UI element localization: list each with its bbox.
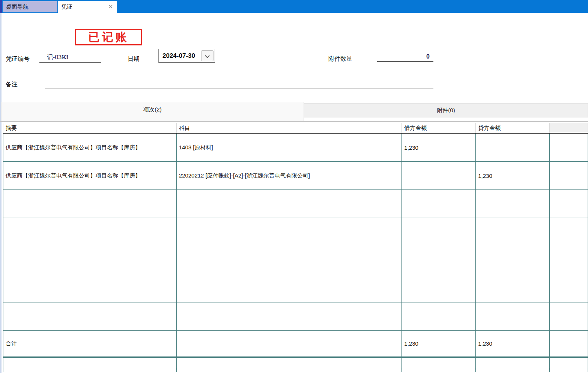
cell-extra[interactable] xyxy=(550,302,588,330)
close-icon[interactable]: ✕ xyxy=(108,1,113,12)
cell-extra[interactable] xyxy=(550,274,588,302)
date-combobox[interactable]: 2024-07-30 xyxy=(158,49,215,63)
total-credit: 1,230 xyxy=(476,331,550,356)
cell-summary[interactable] xyxy=(3,190,177,218)
posted-stamp: 已记账 xyxy=(75,29,142,45)
posted-stamp-label: 已记账 xyxy=(89,30,129,45)
left-window-strip xyxy=(0,13,2,373)
table-row xyxy=(3,190,588,218)
cell-credit[interactable] xyxy=(476,190,550,218)
cell-debit[interactable] xyxy=(402,246,476,274)
cell-summary[interactable] xyxy=(3,358,177,369)
header-summary: 摘要 xyxy=(3,123,177,133)
table-row xyxy=(3,369,588,372)
cell-extra[interactable] xyxy=(550,369,588,372)
cell-credit[interactable] xyxy=(476,134,550,161)
cell-credit[interactable]: 1,230 xyxy=(476,162,550,190)
cell-credit[interactable] xyxy=(476,218,550,246)
date-value: 2024-07-30 xyxy=(162,49,195,62)
cell-summary[interactable] xyxy=(3,302,177,330)
cell-debit[interactable] xyxy=(402,302,476,330)
tab-voucher[interactable]: 凭证 ✕ xyxy=(58,1,117,13)
table-row: 供应商【浙江魏尔普电气有限公司】项目名称【库房】 1403 [原材料] 1,23… xyxy=(3,134,588,162)
attachment-count-label: 附件数量 xyxy=(328,54,352,63)
cell-credit[interactable] xyxy=(476,274,550,302)
tab-items-label: 项次(2) xyxy=(143,106,161,113)
voucher-no-label: 凭证编号 xyxy=(6,54,30,63)
date-label: 日期 xyxy=(128,54,140,63)
cell-account[interactable] xyxy=(177,302,402,330)
tab-desktop-navigation-label: 桌面导航 xyxy=(6,3,29,10)
table-row xyxy=(3,274,588,302)
cell-account[interactable] xyxy=(177,274,402,302)
header-extra xyxy=(550,123,588,133)
cell-extra[interactable] xyxy=(550,218,588,246)
cell-extra[interactable] xyxy=(550,134,588,161)
table-row xyxy=(3,302,588,331)
cell-account[interactable] xyxy=(177,190,402,218)
header-debit: 借方金额 xyxy=(402,123,476,133)
tab-desktop-navigation[interactable]: 桌面导航 xyxy=(3,1,57,12)
cell-account[interactable] xyxy=(177,358,402,369)
attachment-count-field[interactable]: 0 xyxy=(377,52,433,62)
total-debit: 1,230 xyxy=(402,331,476,356)
cell-extra[interactable] xyxy=(550,358,588,369)
cell-summary[interactable] xyxy=(3,218,177,246)
cell-summary[interactable] xyxy=(3,274,177,302)
tab-divider xyxy=(0,121,588,122)
cell-extra[interactable] xyxy=(550,162,588,190)
cell-credit[interactable] xyxy=(476,358,550,369)
table-row xyxy=(3,218,588,246)
window-tab-bar: 桌面导航 凭证 ✕ xyxy=(0,0,588,13)
cell-debit[interactable] xyxy=(402,358,476,369)
cell-account[interactable] xyxy=(177,218,402,246)
cell-summary[interactable] xyxy=(3,369,177,372)
table-row: 供应商【浙江魏尔普电气有限公司】项目名称【库房】 22020212 [应付账款]… xyxy=(3,162,588,190)
table-row xyxy=(3,246,588,274)
cell-summary[interactable]: 供应商【浙江魏尔普电气有限公司】项目名称【库房】 xyxy=(3,162,177,190)
cell-debit[interactable]: 1,230 xyxy=(402,134,476,161)
table-header-row: 摘要 科目 借方金额 贷方金额 xyxy=(3,123,588,134)
cell-debit[interactable] xyxy=(402,190,476,218)
cell-account[interactable]: 1403 [原材料] xyxy=(177,134,402,161)
cell-debit[interactable] xyxy=(402,369,476,372)
entries-table: 摘要 科目 借方金额 贷方金额 供应商【浙江魏尔普电气有限公司】项目名称【库房】… xyxy=(3,123,588,372)
tab-items[interactable]: 项次(2) xyxy=(1,102,304,122)
tab-attachments[interactable]: 附件(0) xyxy=(304,103,588,117)
window-edge xyxy=(0,0,2,13)
tab-voucher-label: 凭证 xyxy=(61,3,72,10)
tab-attachments-label: 附件(0) xyxy=(437,107,455,113)
cell-account[interactable] xyxy=(177,369,402,372)
cell-extra[interactable] xyxy=(550,190,588,218)
cell-credit[interactable] xyxy=(476,369,550,372)
cell-account[interactable]: 22020212 [应付账款]-[A2]-[浙江魏尔普电气有限公司] xyxy=(177,162,402,190)
cell-extra[interactable] xyxy=(550,246,588,274)
remarks-field[interactable] xyxy=(45,79,433,89)
voucher-no-field[interactable]: 记-0393 xyxy=(39,53,101,63)
cell-credit[interactable] xyxy=(476,302,550,330)
header-credit: 贷方金额 xyxy=(476,123,550,133)
cell-summary[interactable] xyxy=(3,246,177,274)
cell-summary[interactable]: 供应商【浙江魏尔普电气有限公司】项目名称【库房】 xyxy=(3,134,177,161)
total-row: 合计 1,230 1,230 xyxy=(3,331,588,357)
total-label: 合计 xyxy=(3,331,177,356)
cell-debit[interactable] xyxy=(402,274,476,302)
table-row xyxy=(3,358,588,369)
cell-debit[interactable] xyxy=(402,162,476,190)
total-extra xyxy=(550,331,588,356)
remarks-label: 备注 xyxy=(6,80,18,89)
cell-credit[interactable] xyxy=(476,246,550,274)
date-dropdown-button[interactable] xyxy=(201,50,214,61)
cell-debit[interactable] xyxy=(402,218,476,246)
total-account xyxy=(177,331,402,356)
chevron-down-icon xyxy=(205,53,210,58)
cell-account[interactable] xyxy=(177,246,402,274)
header-account: 科目 xyxy=(177,123,402,133)
